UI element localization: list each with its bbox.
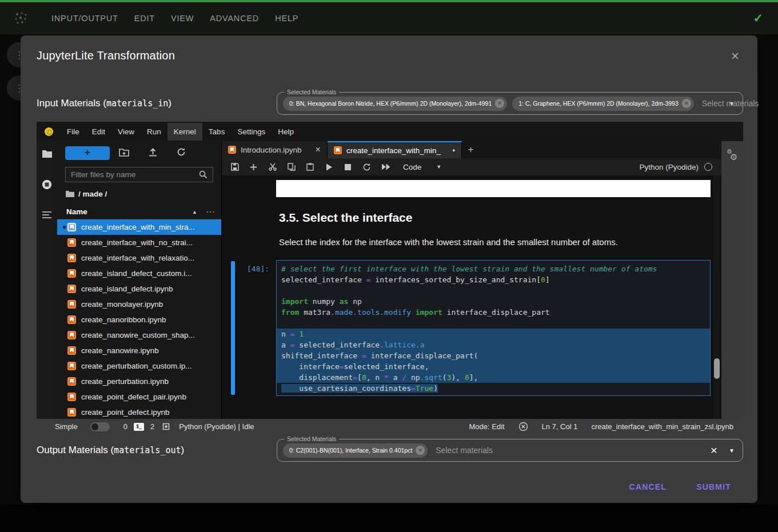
mode-indicator[interactable]: Mode: Edit xyxy=(469,422,504,431)
file-item[interactable]: create_perturbation_custom.ip... xyxy=(57,358,221,374)
top-menu-item[interactable]: ADVANCED xyxy=(202,9,267,27)
jupyter-menu-item[interactable]: Help xyxy=(272,123,300,141)
insert-cell-icon[interactable] xyxy=(244,163,263,171)
sort-arrow-icon[interactable]: ▲ xyxy=(192,209,197,215)
terminals-count[interactable]: 0 xyxy=(123,422,127,431)
jupyter-menu-item[interactable]: View xyxy=(111,123,141,141)
file-item[interactable]: create_perturbation.ipynb xyxy=(57,374,221,389)
breadcrumb[interactable]: / made / xyxy=(57,186,221,201)
app-logo-icon[interactable] xyxy=(14,11,29,26)
code-line[interactable]: # select the first interface with the lo… xyxy=(277,263,710,274)
kernel-status-label[interactable]: Python (Pyodide) | Idle xyxy=(179,422,254,431)
file-item[interactable]: create_nanowire.ipynb xyxy=(57,343,221,358)
lightbulb-icon[interactable] xyxy=(45,127,53,136)
code-line[interactable] xyxy=(277,285,710,296)
code-line[interactable]: from mat3ra.made.tools.modify import int… xyxy=(277,307,710,318)
tab-create-interface[interactable]: create_interface_with_min_ ● xyxy=(328,141,462,158)
markdown-heading[interactable]: 3.5. Select the interface xyxy=(279,211,412,225)
cursor-position[interactable]: Ln 7, Col 1 xyxy=(542,422,578,431)
tab-introduction[interactable]: Introduction.ipynb × xyxy=(222,141,328,158)
file-item[interactable]: create_point_defect_pair.ipynb xyxy=(57,389,221,405)
stop-icon[interactable] xyxy=(338,164,357,170)
cut-icon[interactable] xyxy=(263,163,282,171)
code-line[interactable]: n = 1 xyxy=(277,329,710,339)
cell-collapser[interactable] xyxy=(231,261,235,395)
file-item[interactable]: create_island_defect_custom.i... xyxy=(57,266,221,281)
refresh-icon[interactable] xyxy=(167,147,196,159)
code-line[interactable]: import numpy as np xyxy=(277,296,710,307)
save-icon[interactable] xyxy=(225,163,244,171)
simple-mode-toggle[interactable] xyxy=(90,422,110,431)
scrollbar-thumb[interactable] xyxy=(714,358,720,379)
scrollbar-track[interactable] xyxy=(713,175,720,419)
notebook-content[interactable]: 3.5. Select the interface Select the ind… xyxy=(222,175,721,419)
top-menu-item[interactable]: HELP xyxy=(267,9,306,27)
chip-remove-icon[interactable]: × xyxy=(495,99,504,108)
file-item[interactable]: create_nanowire_custom_shap... xyxy=(57,327,221,343)
file-list-header[interactable]: Name ▲ ··· xyxy=(57,205,221,219)
code-line[interactable]: a = selected_interface.lattice.a xyxy=(277,339,710,350)
jupyter-menu-item[interactable]: File xyxy=(61,123,86,141)
file-item[interactable]: create_interface_with_relaxatio... xyxy=(57,250,221,266)
kernels-count[interactable]: 2 xyxy=(150,422,154,431)
material-chip[interactable]: 0: BN, Hexagonal Boron Nitride, HEX (P6/… xyxy=(283,97,507,111)
markdown-paragraph[interactable]: Select the index for the interface with … xyxy=(279,237,618,247)
file-item[interactable]: create_interface_with_no_strai... xyxy=(57,235,221,250)
file-item[interactable]: create_point_defect.ipynb xyxy=(57,405,221,419)
clear-selection-icon[interactable]: × xyxy=(711,443,717,457)
filter-files-input[interactable]: Filter files by name xyxy=(65,167,213,182)
close-icon[interactable]: × xyxy=(731,48,739,64)
running-kernels-icon[interactable] xyxy=(41,179,53,190)
paste-icon[interactable] xyxy=(301,163,320,171)
file-item[interactable]: create_monolayer.ipynb xyxy=(57,297,221,312)
code-line[interactable]: selected_interface = interfaces_sorted_b… xyxy=(277,274,710,285)
input-materials-select[interactable]: Selected Materials 0: BN, Hexagonal Boro… xyxy=(277,92,743,115)
top-menu-item[interactable]: EDIT xyxy=(126,9,163,27)
output-materials-select[interactable]: Selected Materials 0: C2(001)-BN(001), I… xyxy=(277,439,743,462)
upload-icon[interactable] xyxy=(138,147,167,159)
more-options-icon[interactable]: ··· xyxy=(206,207,216,216)
jupyter-menu-item[interactable]: Kernel xyxy=(167,123,202,141)
submit-button[interactable]: SUBMIT xyxy=(687,477,740,497)
run-icon[interactable] xyxy=(320,163,338,171)
new-folder-icon[interactable] xyxy=(110,148,138,159)
chip-remove-icon[interactable]: × xyxy=(682,99,691,108)
chip-remove-icon[interactable]: × xyxy=(416,446,425,455)
check-icon[interactable]: ✓ xyxy=(753,11,763,25)
trust-shield-icon[interactable] xyxy=(518,422,528,431)
kernel-name-label[interactable]: Python (Pyodide) xyxy=(639,163,699,171)
top-menu-item[interactable]: VIEW xyxy=(163,9,202,27)
code-line[interactable]: shifted_interface = interface_displace_p… xyxy=(277,350,710,361)
table-of-contents-icon[interactable] xyxy=(42,211,52,219)
restart-kernel-icon[interactable] xyxy=(357,163,376,171)
code-line[interactable]: displacement=[0, n * a / np.sqrt(3), 0], xyxy=(277,372,710,383)
copy-icon[interactable] xyxy=(282,163,301,171)
new-launcher-button[interactable]: + xyxy=(65,146,110,160)
top-menu-item[interactable]: INPUT/OUTPUT xyxy=(43,9,126,27)
code-line[interactable]: interface=selected_interface, xyxy=(277,361,710,372)
jupyter-menu-item[interactable]: Tabs xyxy=(202,123,232,141)
code-editor[interactable]: # select the first interface with the lo… xyxy=(276,260,711,396)
code-cell[interactable]: [48]: # select the first interface with … xyxy=(222,260,721,396)
jupyter-menu-item[interactable]: Edit xyxy=(86,123,111,141)
file-item[interactable]: create_island_defect.ipynb xyxy=(57,281,221,297)
close-tab-icon[interactable]: × xyxy=(316,145,321,155)
run-all-icon[interactable] xyxy=(376,163,395,170)
code-line[interactable] xyxy=(277,318,710,329)
file-item[interactable]: create_interface_with_min_stra... xyxy=(57,219,221,235)
notebook-icon xyxy=(67,331,76,339)
cell-type-dropdown[interactable]: Code ▼ xyxy=(403,163,441,171)
jupyter-menu-item[interactable]: Run xyxy=(141,123,167,141)
kernel-status-icon[interactable] xyxy=(704,163,712,171)
material-chip[interactable]: 1: C, Graphene, HEX (P6/mmm) 2D (Monolay… xyxy=(512,97,694,111)
chevron-down-icon[interactable]: ▼ xyxy=(729,447,735,454)
new-tab-button[interactable]: + xyxy=(462,141,479,158)
chevron-down-icon: ▼ xyxy=(436,164,441,170)
jupyter-menu-item[interactable]: Settings xyxy=(231,123,272,141)
cancel-button[interactable]: CANCEL xyxy=(620,477,676,497)
code-line[interactable]: use_cartesian_coordinates=True) xyxy=(277,383,710,394)
chevron-down-icon[interactable]: ▼ xyxy=(729,101,735,107)
file-browser-icon[interactable] xyxy=(42,149,53,158)
material-chip[interactable]: 0: C2(001)-BN(001), Interface, Strain 0.… xyxy=(283,443,428,458)
file-item[interactable]: create_nanoribbon.ipynb xyxy=(57,312,221,327)
